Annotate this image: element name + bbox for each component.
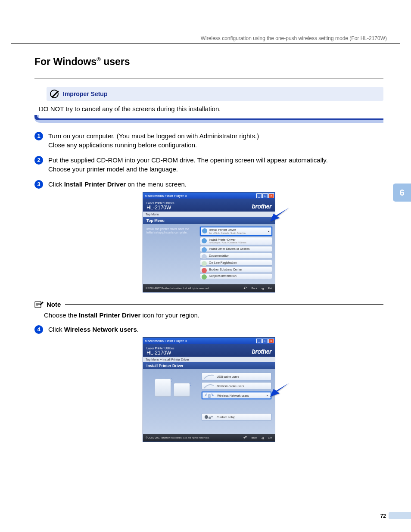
brand-header: Laser Printer Utilities HL-2170W brother (143, 344, 275, 357)
step-3-post: on the menu screen. (126, 180, 187, 188)
step-2: 2 Put the supplied CD-ROM into your CD-R… (34, 156, 383, 174)
menu-item[interactable]: Documentation (200, 253, 272, 259)
note-body: Choose the Install Printer Driver icon f… (44, 311, 383, 319)
back-button[interactable]: Back (252, 287, 257, 289)
screenshot-top-menu: Macromedia Flash Player 8 _ □ × Laser Pr… (143, 192, 275, 292)
step-4-bold: Wireless Network users (64, 326, 137, 333)
maximize-icon[interactable]: □ (262, 339, 268, 343)
menu-item[interactable]: On-Line Registration (200, 260, 272, 266)
printer-icon: ⟯ (155, 379, 171, 397)
step-1-text: Turn on your computer. (You must be logg… (48, 131, 259, 149)
back-button[interactable]: Back (252, 436, 257, 439)
improper-setup-curve (34, 115, 383, 125)
menu-item-subtext: for Europe / Asia / Oceania / Others (209, 241, 270, 244)
exit-separator-icon: ▪▮ (262, 436, 264, 439)
brother-logo: brother (252, 348, 272, 355)
chevron-right-icon: ▸ (267, 394, 268, 397)
network-cable-icon (203, 383, 215, 389)
svg-point-7 (209, 417, 211, 419)
exit-button[interactable]: Exit (268, 436, 272, 439)
minimize-icon[interactable]: _ (256, 193, 262, 198)
step-1-line1: Turn on your computer. (You must be logg… (48, 132, 259, 140)
options-column: USB cable users Network cable users (202, 373, 271, 421)
title-rule (34, 78, 383, 78)
svg-marker-9 (270, 383, 289, 397)
minimize-icon[interactable]: _ (256, 339, 262, 343)
network-diagram: ⟯ ⟯ (146, 373, 198, 399)
step-number-1: 1 (34, 132, 43, 140)
window-body: Install the printer driver after the ini… (143, 224, 275, 284)
section-bar: Top Menu (143, 217, 275, 224)
window-footer: © 2001-2007 Brother Industries, Ltd. All… (143, 284, 275, 292)
note-icon (34, 300, 44, 308)
wifi-icon: ⟯ (171, 377, 173, 382)
callout-arrow-icon (270, 208, 289, 223)
usb-cable-icon (203, 373, 215, 380)
option-custom[interactable]: Custom setup (202, 413, 271, 421)
title-suffix: users (101, 56, 130, 67)
prohibit-icon (50, 90, 59, 98)
menu-item[interactable]: Install Printer Driverfor Europe / Asia … (200, 237, 272, 246)
window-footer: © 2001-2007 Brother Industries, Ltd. All… (143, 434, 275, 442)
close-icon[interactable]: × (268, 339, 274, 343)
back-arrow-icon[interactable]: ↶ (243, 286, 247, 291)
menu-item[interactable]: Brother Solutions Center (200, 267, 272, 273)
window-title: Macromedia Flash Player 8 (145, 194, 187, 198)
option-usb[interactable]: USB cable users (202, 373, 271, 380)
section-bar: Install Printer Driver (143, 362, 275, 369)
svg-point-6 (205, 415, 208, 419)
step-4: 4 Click Wireless Network users. (34, 325, 383, 334)
menu-item-subtext: for U.S.A / Canada / Latin America (209, 232, 270, 234)
option-usb-label: USB cable users (217, 375, 239, 378)
exit-separator-icon: ▪▮ (262, 287, 264, 290)
exit-button[interactable]: Exit (268, 287, 272, 289)
step-number-3: 3 (34, 180, 43, 189)
chevron-right-icon: ▸ (268, 230, 270, 233)
copyright: © 2001-2007 Brother Industries, Ltd. All… (146, 436, 209, 439)
header-rule (11, 43, 400, 44)
running-header: Wireless configuration using the one-pus… (201, 35, 387, 41)
svg-marker-0 (270, 208, 289, 221)
menu-item-label: Install Printer Driver (209, 238, 270, 242)
menu-item-icon (202, 268, 207, 273)
window-titlebar: Macromedia Flash Player 8 _ □ × (143, 193, 275, 199)
step-4-pre: Click (48, 326, 64, 333)
spacer (202, 401, 271, 411)
option-netcable-label: Network cable users (217, 385, 244, 388)
menu-item[interactable]: Install Other Drivers or Utilities (200, 246, 272, 252)
option-wireless-label: Wireless Network users (217, 394, 249, 397)
step-3-text: Click Install Printer Driver on the menu… (48, 180, 187, 189)
svg-point-8 (211, 416, 213, 417)
maximize-icon[interactable]: □ (262, 193, 268, 198)
improper-setup-bar: Improper Setup (47, 87, 383, 101)
window-buttons: _ □ × (256, 193, 274, 198)
menu-item-label: Install Other Drivers or Utilities (209, 247, 270, 251)
wifi-icon: ⟯ (190, 382, 192, 386)
option-wireless[interactable]: Wireless Network users ▸ (202, 392, 271, 399)
menu-list: Install Printer Driverfor U.S.A / Canada… (200, 227, 272, 282)
menu-item-icon (202, 274, 207, 280)
improper-setup-body: DO NOT try to cancel any of the screens … (39, 105, 383, 112)
note-label: Note (47, 301, 61, 308)
menu-item-label: Documentation (209, 254, 270, 258)
breadcrumb: Top Menu ›› Install Printer Driver (143, 357, 275, 362)
section-title: For Windows® users (34, 56, 383, 68)
left-pane: Install the printer driver after the ini… (146, 227, 197, 282)
note-body-bold: Install Printer Driver (79, 311, 140, 319)
window-title: Macromedia Flash Player 8 (145, 339, 187, 343)
menu-item-icon (202, 261, 207, 266)
option-network-cable[interactable]: Network cable users (202, 382, 271, 390)
note-body-pre: Choose the (44, 311, 79, 319)
chapter-tab: 6 (393, 184, 411, 202)
menu-item-label: Install Printer Driver (209, 228, 270, 232)
step-2-line2: Choose your printer model and the langua… (48, 165, 178, 173)
close-icon[interactable]: × (268, 193, 274, 198)
screenshot-install-driver: Macromedia Flash Player 8 _ □ × Laser Pr… (143, 337, 275, 442)
copyright: © 2001-2007 Brother Industries, Ltd. All… (146, 287, 209, 289)
menu-item[interactable]: Supplies Information (200, 273, 272, 279)
back-arrow-icon[interactable]: ↶ (243, 435, 247, 441)
left-description: Install the printer driver after the ini… (146, 227, 196, 235)
menu-item-icon (202, 247, 207, 252)
page-number: 72 (380, 513, 386, 519)
menu-item[interactable]: Install Printer Driverfor U.S.A / Canada… (200, 227, 272, 236)
